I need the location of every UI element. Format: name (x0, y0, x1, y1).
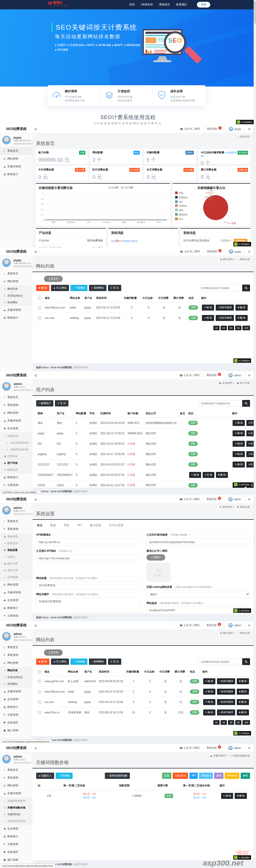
sidebar-item[interactable]: ✦系统管理‹ (0, 401, 32, 409)
select-all-checkbox[interactable] (38, 670, 41, 674)
sidebar-item[interactable]: ◎网站管理⌄ (0, 278, 32, 285)
breadcrumb-item[interactable]: 关键词指数价格 (233, 754, 250, 757)
breadcrumb-item[interactable]: 用户列表 (240, 381, 250, 384)
message-link[interactable]: 您有0个待审核的关键词 (111, 237, 175, 245)
sidebar-item[interactable]: ◎网站管理‹ (0, 155, 32, 163)
sidebar-subitem[interactable]: ≡价格比例‹ (0, 433, 32, 439)
action-button[interactable]: ✎编 辑 (233, 441, 245, 447)
sidebar-subitem[interactable]: ▦服务管理 (0, 560, 32, 567)
toolbar-button[interactable]: ✖删 除 (36, 285, 50, 291)
message-link[interactable]: 您有0个申请停止优化的关键词 (111, 245, 175, 247)
action-button[interactable]: ✎编 辑 (221, 793, 233, 799)
table-row[interactable]: www.gyl210.com私人侦探admin1232022-08-08 09:… (36, 676, 251, 687)
select-input[interactable]: 图标2 (146, 590, 250, 598)
menu-toggle-icon[interactable]: ≡ (32, 746, 42, 750)
sidebar-item[interactable]: ▤财务统计‹ (0, 170, 32, 178)
action-button[interactable]: ✎编 辑 (202, 315, 214, 321)
toolbar-button[interactable]: ⇊导入网站 (51, 285, 69, 291)
user-menu[interactable]: admin (225, 371, 244, 380)
action-button[interactable]: ✎编 辑 (233, 430, 245, 436)
text-input[interactable] (36, 538, 140, 546)
tab-基础[interactable]: 基础 (37, 523, 42, 527)
sidebar-item[interactable]: ⌂系统首页 (0, 270, 32, 278)
action-button[interactable]: +添加关键词 (217, 699, 235, 705)
sidebar-subitem[interactable]: ○关键词价格查询 (0, 798, 32, 804)
action-button[interactable]: ✎编 辑 (233, 451, 245, 457)
table-row[interactable]: 15022969017150229690170未绑定2022-04-20 00:… (36, 470, 254, 480)
breadcrumb-item[interactable]: 网站管理 (223, 631, 233, 634)
table-row[interactable]: jayjayjayjay2未绑定2021-09-12 21:09:3299999… (36, 428, 254, 439)
column-header[interactable]: 昵称 ↕ (36, 409, 55, 418)
action-button[interactable]: ¥充 值 (203, 472, 214, 478)
toolbar-button[interactable]: +新增关键词指数 (105, 773, 130, 779)
action-button[interactable]: ✎编 辑 (189, 472, 201, 478)
breadcrumb-item[interactable]: 关键词管理 (213, 754, 225, 757)
column-header[interactable]: 今日消费 ↕ (158, 668, 173, 676)
table-row[interactable]: 129第1页：1元第2页：0元< 99999百度第1页：1元第2页：0元✎编 辑… (36, 790, 250, 802)
system-message-button[interactable]: 系统消息0 (203, 247, 225, 256)
settings-gear-icon[interactable]: ✲ (245, 125, 254, 133)
table-row[interactable]: 12121212121212120未绑定2022-04-19 22:51:370… (36, 460, 254, 470)
row-checkbox[interactable] (38, 701, 41, 704)
table-row[interactable]: 0010010未绑定2022-04-12 20:55:020.00元测试代理启用… (36, 439, 254, 449)
sidebar-subitem[interactable]: ○未优化的站点 (0, 674, 32, 681)
page-size-option[interactable]: 30 (228, 720, 234, 725)
sidebar-item[interactable]: ◎网站管理‹ (0, 782, 32, 789)
action-button[interactable]: ✖删 除 (235, 315, 248, 321)
table-row[interactable]: www.20su.cn20速资源网测试2019-08-15 16:13:3915… (36, 707, 251, 718)
column-header[interactable]: 今日达标 ↕ (141, 294, 157, 303)
breadcrumb-item[interactable]: 系统首页 (240, 135, 250, 138)
menu-toggle-icon[interactable]: ≡ (32, 497, 42, 502)
engine-chip[interactable]: 360移动 (199, 773, 213, 779)
sidebar-subitem[interactable]: ❖权限管理 (0, 466, 32, 473)
sidebar-subitem[interactable]: ○网站列表 (0, 286, 32, 292)
settings-gear-icon[interactable]: ✲ (245, 371, 254, 380)
search-input[interactable] (199, 285, 242, 291)
action-button[interactable]: ¥充 值 (246, 420, 254, 426)
search-button[interactable] (242, 285, 250, 291)
action-button[interactable]: ✖删 除 (237, 710, 249, 715)
sidebar-item[interactable]: ▣接口管理‹ (0, 856, 32, 864)
toolbar-button[interactable]: ↥导 出 (108, 658, 121, 665)
sidebar-item[interactable]: ☻会员管理‹ (0, 695, 32, 703)
search-button[interactable] (242, 658, 250, 665)
settings-gear-icon[interactable]: ✲ (245, 744, 254, 752)
column-header[interactable]: 今日消费 ↕ (157, 294, 172, 303)
toolbar-button[interactable]: ↥导 出 (55, 400, 68, 406)
sidebar-item[interactable]: ✎文章管理‹ (0, 711, 32, 719)
row-checkbox[interactable] (38, 316, 41, 320)
sidebar-item[interactable]: ⌂系统首页 (0, 394, 32, 401)
sidebar-item[interactable]: ☁关键词管理‹ (0, 417, 32, 425)
sidebar-item[interactable]: ✎文章管理‹ (0, 481, 32, 489)
sidebar-item[interactable]: ◎网站管理‹ (0, 409, 32, 417)
column-header[interactable]: 累计消费 ↕ (173, 668, 188, 676)
nav-link[interactable]: 联系我们 (176, 3, 187, 6)
row-checkbox[interactable] (38, 690, 41, 693)
sidebar-subitem[interactable]: ✳配置管理‹ (0, 540, 32, 547)
toolbar-button[interactable]: ↥导 出 (108, 285, 121, 291)
engine-chip[interactable]: 搜狗 (214, 773, 224, 779)
sidebar-item[interactable]: ✎文章管理‹ (0, 612, 32, 620)
column-header[interactable]: 关键词数量 ↕ (124, 668, 143, 676)
sidebar-subitem[interactable]: ○关键词列表 (0, 811, 32, 818)
sidebar-item[interactable]: ▤财务统计‹ (0, 314, 32, 322)
page-size-option[interactable]: 100 (243, 326, 250, 330)
user-menu[interactable]: jayjay (225, 247, 245, 256)
tab-API[interactable]: API (77, 523, 82, 527)
nav-link[interactable]: OEM支持 (141, 3, 153, 6)
action-button[interactable]: +添加关键词 (216, 305, 234, 311)
action-button[interactable]: ¥充 值 (246, 451, 254, 457)
sidebar-subitem[interactable]: ○关键词指数价格 (0, 804, 32, 811)
qr-code-button[interactable]: ☎公众号二维码 (176, 125, 203, 133)
sidebar-item[interactable]: ⌂系统首页 (0, 518, 32, 525)
sidebar-subitem[interactable]: ♟用户列表 (0, 460, 32, 466)
action-button[interactable]: +添加关键词 (217, 710, 235, 715)
toolbar-button[interactable]: ✖删 除 (36, 658, 50, 665)
page-size-option[interactable]: 50 (235, 720, 241, 725)
system-message-button[interactable]: 系统消息0 (203, 744, 225, 752)
page-size-option[interactable]: 10 (213, 720, 220, 725)
qr-code-button[interactable]: ☎公众号二维码 (176, 621, 203, 630)
page-size-option[interactable]: 15 (221, 720, 227, 725)
detail-link[interactable]: <点击查看详情> (201, 151, 236, 157)
action-button[interactable]: ✎编 辑 (203, 689, 216, 695)
